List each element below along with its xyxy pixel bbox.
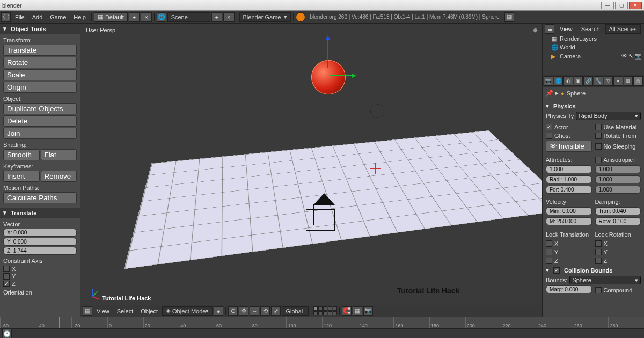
origin-button[interactable]: Origin xyxy=(3,82,77,93)
translate-panel-header[interactable]: ▾ Translate xyxy=(0,208,80,218)
tab-object-icon[interactable]: ▣ xyxy=(574,76,583,86)
invisible-button[interactable]: 👁 Invisible xyxy=(546,141,592,152)
render-engine-select[interactable]: Blender Game▾ xyxy=(239,12,291,22)
snap-type-icon[interactable]: ▦ xyxy=(353,306,362,316)
velocity-min-field[interactable]: Mini: 0.000 xyxy=(546,207,592,215)
physics-type-select[interactable]: Rigid Body▾ xyxy=(576,112,641,120)
lock-rot-x-checkbox[interactable]: X xyxy=(595,240,641,247)
timeline-ruler[interactable]: -60-40-200204060801001201401601802002202… xyxy=(0,317,644,329)
scale-button[interactable]: Scale xyxy=(3,69,77,80)
keyframe-insert-button[interactable]: Insert xyxy=(3,171,40,182)
sphere-object[interactable] xyxy=(311,60,346,94)
keyframe-remove-button[interactable]: Remove xyxy=(41,171,77,182)
render-preview-icon[interactable]: 📷 xyxy=(363,306,373,316)
actor-checkbox[interactable]: ✓Actor xyxy=(546,123,592,131)
rotate-button[interactable]: Rotate xyxy=(3,57,77,68)
scene-add-button[interactable]: + xyxy=(211,12,222,22)
delete-button[interactable]: Delete xyxy=(3,115,77,127)
scene-name-field[interactable]: Scene xyxy=(167,12,210,22)
object-tools-header[interactable]: ▾ Object Tools xyxy=(0,24,80,34)
gizmo-x-axis-icon[interactable] xyxy=(330,75,355,76)
form-factor-field[interactable]: For: 0.400 xyxy=(546,186,592,194)
pivot-icon[interactable]: ⊙ xyxy=(228,306,238,316)
compound-checkbox[interactable]: Compound xyxy=(595,285,641,295)
outliner-menu-search[interactable]: Search xyxy=(578,25,603,33)
velocity-max-field[interactable]: M: 250.000 xyxy=(546,217,592,225)
menu-file[interactable]: File xyxy=(12,13,28,21)
lock-rot-z-checkbox[interactable]: Z xyxy=(595,257,641,264)
mass-field[interactable]: 1.000 xyxy=(546,165,592,173)
3d-viewport[interactable]: User Persp Tutorial Life Hack (1) Sphere… xyxy=(80,24,542,317)
gizmo-z-axis-icon[interactable] xyxy=(327,36,328,68)
manipulator-translate-icon[interactable]: ↔ xyxy=(250,306,259,316)
damping-rotation-field[interactable]: Rota: 0.100 xyxy=(595,217,641,225)
cursor-icon[interactable]: ↖ xyxy=(628,53,633,60)
duplicate-button[interactable]: Duplicate Objects xyxy=(3,103,77,114)
viewport-options-icon[interactable]: ⊕ xyxy=(533,27,538,34)
tab-texture-icon[interactable]: ▦ xyxy=(624,76,633,86)
layout-selector[interactable]: ▦ Default xyxy=(94,12,128,22)
constraint-y-checkbox[interactable]: Y xyxy=(3,273,77,280)
manipulator-rotate-icon[interactable]: ⟲ xyxy=(260,306,270,316)
tab-render-icon[interactable]: 📷 xyxy=(544,76,553,86)
window-minimize-button[interactable]: — xyxy=(601,2,614,9)
ghost-checkbox[interactable]: Ghost xyxy=(546,132,592,139)
menu-help[interactable]: Help xyxy=(70,13,89,21)
eye-icon[interactable]: 👁 xyxy=(621,53,627,60)
header-extra-icon[interactable]: ▦ xyxy=(504,12,514,22)
viewport-menu-object[interactable]: Object xyxy=(137,307,161,315)
calculate-paths-button[interactable]: Calculate Paths xyxy=(3,192,77,203)
outliner-item-world[interactable]: 🌐World xyxy=(543,43,644,52)
lock-trans-y-checkbox[interactable]: Y xyxy=(546,248,592,256)
vector-z-field[interactable]: Z: 1.744 xyxy=(3,247,77,255)
margin-field[interactable]: Marg: 0.000 xyxy=(546,285,592,293)
outliner-filter-select[interactable]: All Scenes xyxy=(605,24,641,34)
render-icon[interactable]: 📷 xyxy=(634,53,642,60)
outliner-editor-icon[interactable]: ≣ xyxy=(545,24,554,34)
tab-scene-icon[interactable]: 🌐 xyxy=(554,76,564,86)
translate-button[interactable]: Translate xyxy=(3,45,77,56)
info-editor-icon[interactable]: ⓘ xyxy=(1,12,11,22)
tab-physics-icon[interactable]: ◎ xyxy=(633,76,643,86)
damping-translation-field[interactable]: Tran: 0.040 xyxy=(595,207,641,215)
lock-rot-y-checkbox[interactable]: Y xyxy=(595,248,641,256)
smooth-button[interactable]: Smooth xyxy=(3,149,40,160)
viewport-menu-select[interactable]: Select xyxy=(114,307,137,315)
mode-select[interactable]: ◈ Object Mode ▾ xyxy=(162,306,213,316)
scene-remove-button[interactable]: × xyxy=(223,12,234,22)
vector-y-field[interactable]: Y: 0.000 xyxy=(3,238,77,246)
tab-material-icon[interactable]: ● xyxy=(613,76,623,86)
tab-modifiers-icon[interactable]: 🔧 xyxy=(594,76,603,86)
menu-add[interactable]: Add xyxy=(29,13,46,21)
use-material-checkbox[interactable]: Use Material xyxy=(595,123,641,131)
window-close-button[interactable]: ✕ xyxy=(629,2,642,9)
snap-icon[interactable]: 🧲 xyxy=(342,306,352,316)
constraint-z-checkbox[interactable]: ✓Z xyxy=(3,280,77,288)
layout-remove-button[interactable]: × xyxy=(141,12,151,22)
radius-field[interactable]: Radi: 1.000 xyxy=(546,175,592,183)
physics-panel-header[interactable]: ▾Physics xyxy=(546,101,641,111)
no-sleeping-checkbox[interactable]: No Sleeping xyxy=(595,141,641,152)
anisotropic-checkbox[interactable]: Anisotropic F xyxy=(595,155,641,164)
window-maximize-button[interactable]: ▢ xyxy=(615,2,628,9)
vector-x-field[interactable]: X: 0.000 xyxy=(3,229,77,237)
viewport-menu-view[interactable]: View xyxy=(93,307,113,315)
rotate-from-checkbox[interactable]: Rotate From xyxy=(595,132,641,139)
viewport-editor-icon[interactable]: ▦ xyxy=(83,306,92,316)
breadcrumb-object[interactable]: Sphere xyxy=(567,90,586,97)
camera-object[interactable] xyxy=(306,201,342,232)
bounds-select[interactable]: Sphere▾ xyxy=(569,276,641,284)
manipulator-scale-icon[interactable]: ⤢ xyxy=(271,306,281,316)
layout-add-button[interactable]: + xyxy=(129,12,140,22)
tab-constraints-icon[interactable]: 🔗 xyxy=(583,76,593,86)
playhead[interactable] xyxy=(59,317,60,328)
shading-solid-icon[interactable]: ● xyxy=(214,306,223,316)
aniso-y-field[interactable]: 1.000 xyxy=(595,175,641,183)
outliner-menu-view[interactable]: View xyxy=(557,25,576,33)
flat-button[interactable]: Flat xyxy=(41,149,77,160)
join-button[interactable]: Join xyxy=(3,128,77,139)
aniso-x-field[interactable]: 1.000 xyxy=(595,165,641,173)
timeline-editor-icon[interactable]: 🕐 xyxy=(2,329,12,338)
tab-world-icon[interactable]: ◐ xyxy=(564,76,573,86)
collision-bounds-header[interactable]: ▾✓Collision Bounds xyxy=(546,264,641,275)
